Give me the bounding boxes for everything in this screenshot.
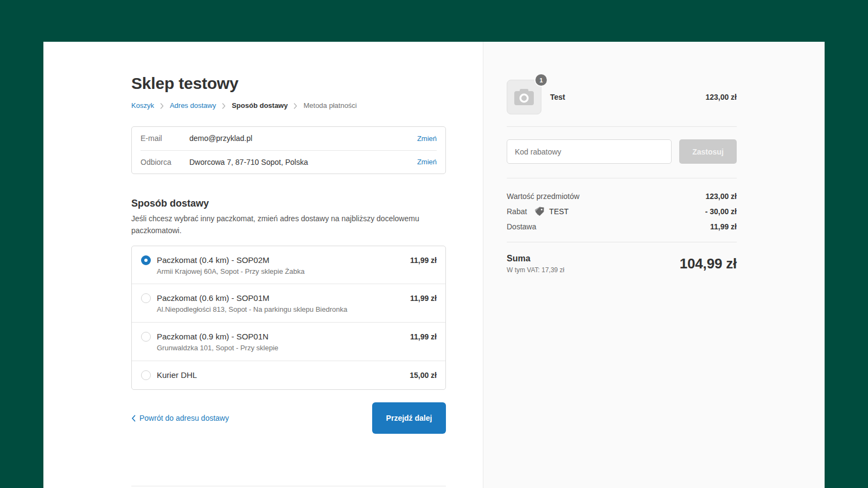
subtotal-value: 123,00 zł	[705, 192, 737, 201]
chevron-right-icon	[293, 103, 297, 109]
discount-tag-icon	[534, 207, 545, 217]
review-row-email: E-mail demo@przyklad.pl Zmień	[132, 127, 445, 150]
form-actions: Powrót do adresu dostawy Przejdź dalej	[131, 402, 446, 434]
shipping-option-sop02m[interactable]: Paczkomat (0.4 km) - SOP02M Armii Krajow…	[132, 246, 445, 284]
sum-labels: Suma W tym VAT: 17,39 zł	[507, 253, 564, 274]
option-price: 11,99 zł	[410, 293, 437, 304]
discount-line: Rabat TEST - 30,00 zł	[507, 204, 737, 219]
shipping-method-description: Jeśli chcesz wybrać inny paczkomat, zmie…	[131, 213, 446, 236]
checkout-card: Sklep testowy Koszyk Adres dostawy Sposó…	[43, 42, 825, 488]
store-name: Sklep testowy	[131, 74, 238, 93]
back-to-address-link[interactable]: Powrót do adresu dostawy	[131, 414, 229, 422]
back-link-label: Powrót do adresu dostawy	[139, 414, 229, 422]
option-text: Paczkomat (0.9 km) - SOP01N Grunwaldzka …	[157, 331, 410, 352]
grand-total-row: Suma W tym VAT: 17,39 zł 104,99 zł	[507, 253, 737, 274]
breadcrumb-cart[interactable]: Koszyk	[131, 101, 154, 110]
shipping-line: Dostawa 11,99 zł	[507, 219, 737, 234]
totals-list: Wartość przedmiotów 123,00 zł Rabat TEST…	[507, 189, 737, 234]
discount-code-input[interactable]	[507, 139, 672, 164]
chevron-left-icon	[131, 415, 136, 422]
cart-line-item: 1 Test 123,00 zł	[507, 80, 737, 114]
review-label: E-mail	[141, 134, 189, 143]
camera-icon	[514, 89, 534, 105]
continue-button[interactable]: Przejdź dalej	[372, 402, 446, 434]
shipping-value: 11,99 zł	[710, 222, 737, 231]
discount-value: - 30,00 zł	[705, 207, 737, 216]
total-label: Dostawa	[507, 222, 536, 231]
breadcrumb-shipping-method: Sposób dostawy	[232, 101, 288, 110]
shipping-options-list: Paczkomat (0.4 km) - SOP02M Armii Krajow…	[131, 246, 446, 390]
apply-discount-button[interactable]: Zastosuj	[679, 139, 737, 164]
chevron-right-icon	[160, 103, 164, 109]
footer-divider	[131, 486, 446, 486]
product-name: Test	[550, 93, 565, 101]
shipping-method-title: Sposób dostawy	[131, 197, 209, 209]
product-price: 123,00 zł	[705, 93, 737, 101]
subtotal-line: Wartość przedmiotów 123,00 zł	[507, 189, 737, 204]
option-price: 11,99 zł	[410, 331, 437, 342]
shipping-option-dhl[interactable]: Kurier DHL 15,00 zł	[132, 361, 445, 389]
total-label: Rabat	[507, 207, 527, 216]
contact-review-box: E-mail demo@przyklad.pl Zmień Odbiorca D…	[131, 126, 446, 174]
discount-code-label: TEST	[549, 207, 569, 216]
breadcrumb: Koszyk Adres dostawy Sposób dostawy Meto…	[131, 101, 357, 110]
option-price: 11,99 zł	[410, 255, 437, 266]
radio-unselected-icon[interactable]	[141, 332, 151, 342]
review-value-address: Dworcowa 7, 87-710 Sopot, Polska	[189, 158, 417, 166]
divider	[507, 242, 737, 242]
option-text: Paczkomat (0.6 km) - SOP01M Al.Niepodleg…	[157, 293, 410, 314]
option-sublabel: Al.Niepodległości 813, Sopot - Na parkin…	[157, 305, 410, 314]
option-label: Paczkomat (0.4 km) - SOP02M	[157, 255, 270, 265]
option-label: Paczkomat (0.6 km) - SOP01M	[157, 293, 270, 303]
review-row-recipient: Odbiorca Dworcowa 7, 87-710 Sopot, Polsk…	[132, 151, 445, 174]
option-price: 15,00 zł	[410, 370, 437, 381]
vat-note: W tym VAT: 17,39 zł	[507, 266, 564, 274]
option-sublabel: Armii Krajowej 60A, Sopot - Przy sklepie…	[157, 267, 410, 276]
quantity-badge: 1	[534, 73, 548, 87]
shipping-option-sop01n[interactable]: Paczkomat (0.9 km) - SOP01N Grunwaldzka …	[132, 322, 445, 361]
option-text: Kurier DHL	[157, 370, 410, 381]
option-label: Paczkomat (0.9 km) - SOP01N	[157, 332, 269, 341]
change-email-link[interactable]: Zmień	[417, 134, 437, 143]
radio-selected-icon[interactable]	[141, 255, 151, 265]
product-thumbnail: 1	[507, 80, 541, 114]
breadcrumb-shipping-address[interactable]: Adres dostawy	[170, 101, 216, 110]
total-label: Wartość przedmiotów	[507, 192, 579, 201]
grand-total-value: 104,99 zł	[680, 255, 737, 272]
breadcrumb-payment-method: Metoda płatności	[303, 101, 356, 110]
radio-unselected-icon[interactable]	[141, 293, 151, 303]
radio-unselected-icon[interactable]	[141, 370, 151, 380]
option-label: Kurier DHL	[157, 370, 197, 380]
option-sublabel: Grunwaldzka 101, Sopot - Przy sklepie	[157, 343, 410, 352]
total-title: Suma	[507, 253, 564, 264]
change-address-link[interactable]: Zmień	[417, 158, 437, 166]
shipping-option-sop01m[interactable]: Paczkomat (0.6 km) - SOP01M Al.Niepodleg…	[132, 284, 445, 322]
review-value-email: demo@przyklad.pl	[189, 134, 417, 143]
divider	[507, 178, 737, 178]
divider	[507, 126, 737, 127]
review-label: Odbiorca	[141, 158, 189, 166]
discount-code-form: Zastosuj	[507, 139, 737, 164]
chevron-right-icon	[222, 103, 226, 109]
option-text: Paczkomat (0.4 km) - SOP02M Armii Krajow…	[157, 255, 410, 276]
